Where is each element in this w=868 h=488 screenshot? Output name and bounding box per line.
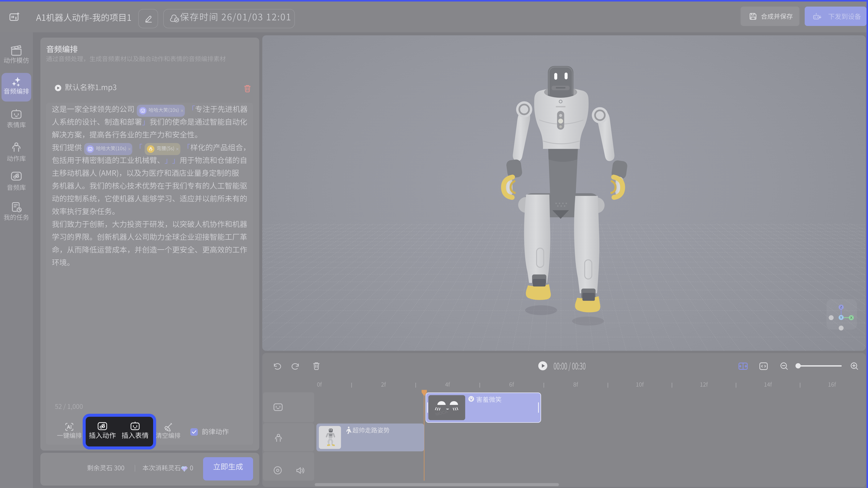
svg-text:Y: Y [840,316,842,319]
svg-text:X: X [850,316,852,320]
svg-text:Z: Z [840,306,842,309]
